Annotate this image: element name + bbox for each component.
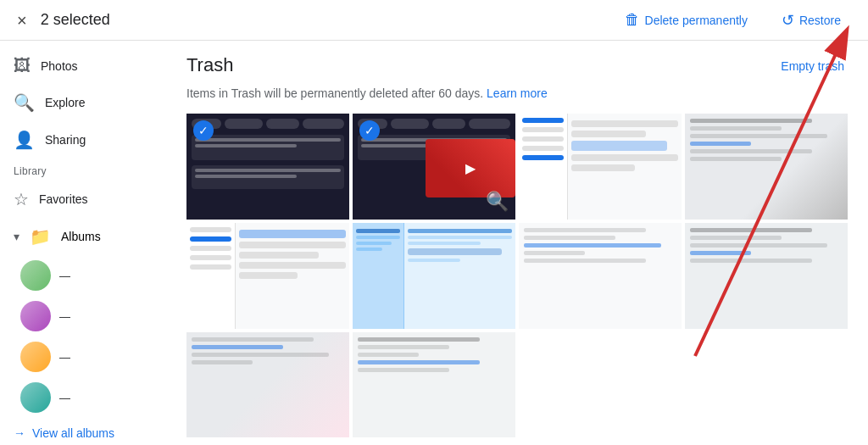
photo-grid: ✓ <box>186 114 848 437</box>
topbar: × 2 selected 🗑 Delete permanently ↺ Rest… <box>0 0 868 41</box>
photo-item-7[interactable] <box>519 223 682 329</box>
topbar-left: × 2 selected <box>14 8 611 32</box>
album-sub-item-4[interactable]: — <box>7 377 159 418</box>
sidebar-item-sharing[interactable]: 👤 Sharing <box>0 121 159 159</box>
sidebar-item-albums[interactable]: ▾ 📁 Albums <box>0 218 159 255</box>
delete-label: Delete permanently <box>645 14 748 27</box>
sidebar-photos-label: Photos <box>41 59 78 73</box>
close-button[interactable]: × <box>14 8 31 32</box>
learn-more-link[interactable]: Learn more <box>487 86 548 100</box>
restore-icon: ↺ <box>782 11 794 30</box>
restore-label: Restore <box>799 14 841 27</box>
sidebar-item-explore[interactable]: 🔍 Explore <box>0 84 159 121</box>
albums-icon: 📁 <box>30 226 51 247</box>
main-layout: 🖼 Photos 🔍 Explore 👤 Sharing Library ☆ F… <box>0 41 868 445</box>
photo-item-10[interactable] <box>353 332 515 438</box>
arrow-right-icon: → <box>14 426 25 440</box>
album-sub-item-3[interactable]: — <box>7 337 159 377</box>
photo-item-9[interactable] <box>186 332 349 438</box>
library-header: Library <box>0 159 166 181</box>
empty-trash-button[interactable]: Empty trash <box>771 54 854 78</box>
album-sub-item-1[interactable]: — <box>7 255 159 296</box>
trash-info: Items in Trash will be permanently delet… <box>186 86 848 100</box>
view-all-albums-label: View all albums <box>32 426 114 440</box>
photo-checkbox-2[interactable]: ✓ <box>359 120 380 141</box>
photo-checkbox-1[interactable]: ✓ <box>193 120 214 141</box>
trash-title: Trash <box>186 54 848 76</box>
photo-item-8[interactable] <box>685 223 848 329</box>
album-thumb-3 <box>20 342 51 372</box>
zoom-icon-2: 🔍 <box>486 191 509 213</box>
delete-icon: 🗑 <box>625 11 640 29</box>
photo-item-3[interactable] <box>519 114 682 220</box>
selected-count: 2 selected <box>41 11 110 29</box>
delete-permanently-button[interactable]: 🗑 Delete permanently <box>611 4 761 36</box>
photo-item-6[interactable] <box>353 223 515 329</box>
album-thumb-4 <box>20 382 51 413</box>
trash-info-text: Items in Trash will be permanently delet… <box>186 86 483 100</box>
photo-item-4[interactable] <box>685 114 848 220</box>
album-sub-list: — — — — <box>0 255 166 418</box>
sidebar-favorites-label: Favorites <box>39 192 88 206</box>
photo-item-5[interactable] <box>186 223 349 329</box>
sidebar-albums-label: Albums <box>61 230 101 243</box>
album-thumb-2 <box>20 301 51 331</box>
album-sub-item-2[interactable]: — <box>7 296 159 337</box>
sidebar-item-favorites[interactable]: ☆ Favorites <box>0 181 159 218</box>
sidebar: 🖼 Photos 🔍 Explore 👤 Sharing Library ☆ F… <box>0 41 166 445</box>
album-sub-label-4: — <box>59 392 70 404</box>
album-sub-label-2: — <box>59 310 70 323</box>
album-sub-label-3: — <box>59 351 70 364</box>
photos-icon: 🖼 <box>14 56 31 75</box>
album-thumb-1 <box>20 260 51 291</box>
content-area: Trash Items in Trash will be permanently… <box>166 41 868 445</box>
album-sub-label-1: — <box>59 270 70 282</box>
view-all-albums-link[interactable]: → View all albums <box>0 418 166 445</box>
photo-item-2[interactable]: ▶ ✓ 🔍 <box>353 114 515 220</box>
sidebar-sharing-label: Sharing <box>45 133 86 147</box>
topbar-right: 🗑 Delete permanently ↺ Restore <box>611 4 854 36</box>
sidebar-explore-label: Explore <box>45 96 85 109</box>
sharing-icon: 👤 <box>14 130 35 150</box>
chevron-down-icon: ▾ <box>14 230 19 243</box>
photo-item-1[interactable]: ✓ <box>186 114 349 220</box>
favorites-icon: ☆ <box>14 189 29 209</box>
explore-icon: 🔍 <box>14 92 35 113</box>
sidebar-item-photos[interactable]: 🖼 Photos <box>0 47 159 84</box>
restore-button[interactable]: ↺ Restore <box>768 4 854 36</box>
